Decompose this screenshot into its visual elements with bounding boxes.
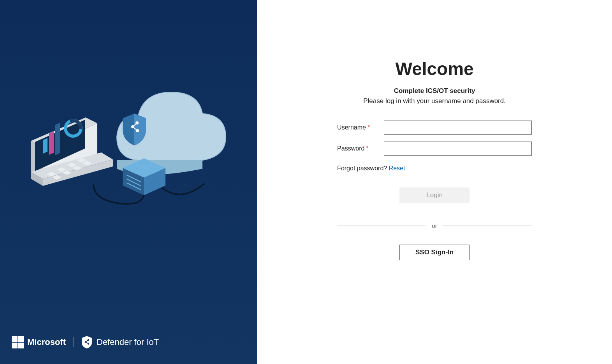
microsoft-text: Microsoft [27,337,66,347]
branding-bar: Microsoft Defender for IoT [12,336,245,348]
subtitle: Complete ICS/OT security [337,87,532,95]
shield-icon [82,336,92,348]
or-divider: or [337,222,532,229]
defender-logo: Defender for IoT [82,336,159,348]
illustration-cloud-laptop [19,82,237,208]
username-row: Username* [337,121,532,135]
forgot-text: Forgot password? [337,165,389,172]
username-input[interactable] [384,121,532,135]
login-panel: Welcome Complete ICS/OT security Please … [257,0,612,364]
password-input[interactable] [384,142,532,156]
svg-rect-27 [49,131,54,155]
instruction-text: Please log in with your username and pas… [337,97,532,105]
microsoft-icon [12,336,24,348]
password-row: Password* [337,142,532,156]
or-text: or [432,222,437,229]
microsoft-logo: Microsoft [12,336,66,348]
brand-panel: Microsoft Defender for IoT [0,0,257,364]
defender-text: Defender for IoT [97,337,159,347]
forgot-password-row: Forgot password? Reset [337,165,532,172]
password-label: Password* [337,145,384,152]
sso-signin-button[interactable]: SSO Sign-In [399,245,470,260]
svg-rect-26 [43,138,47,154]
login-button[interactable]: Login [399,187,470,203]
reset-link[interactable]: Reset [389,165,405,172]
svg-rect-28 [55,123,60,155]
username-label: Username* [337,124,384,131]
login-form: Welcome Complete ICS/OT security Please … [337,58,532,260]
brand-divider [74,337,74,347]
page-title: Welcome [337,58,532,79]
